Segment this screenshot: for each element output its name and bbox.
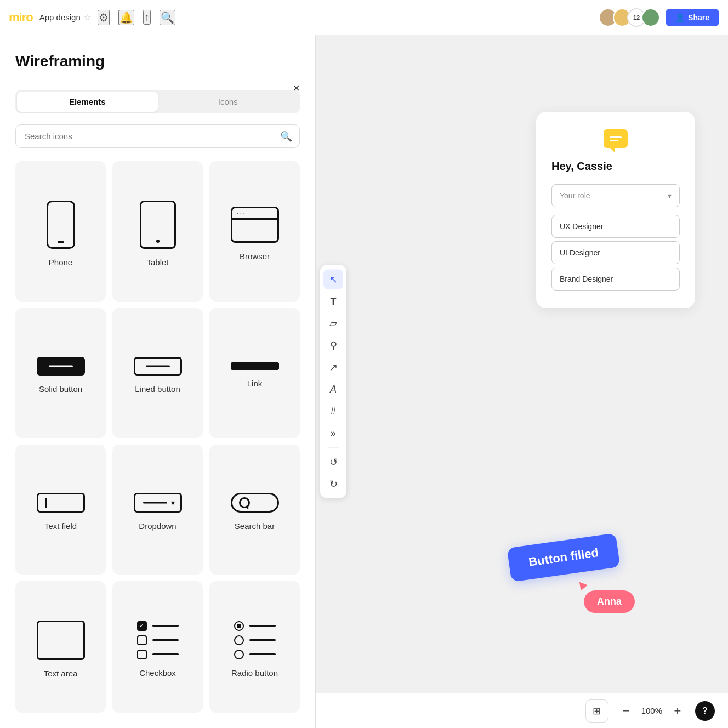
close-button[interactable]: × bbox=[293, 81, 300, 95]
toolbar-vertical: ↖ T ▱ ⚲ ↗ A # » ↺ ↻ bbox=[320, 265, 346, 498]
button-filled-float[interactable]: Button filled bbox=[507, 533, 620, 582]
share-label: Share bbox=[688, 13, 709, 22]
list-item[interactable]: Text area bbox=[15, 581, 106, 713]
search-wrap: 🔍 bbox=[15, 124, 300, 148]
grid-item-label: Link bbox=[247, 379, 263, 388]
frame-tool[interactable]: # bbox=[323, 401, 343, 421]
share-button[interactable]: 👤 Share bbox=[666, 9, 719, 26]
list-item[interactable]: Solid button bbox=[15, 308, 106, 438]
main-layout: Wireframing × Elements Icons 🔍 Phone Tab… bbox=[0, 35, 728, 728]
arrow-tool[interactable]: ↗ bbox=[323, 357, 343, 377]
list-item[interactable]: Search bar bbox=[209, 445, 300, 575]
link-icon bbox=[231, 362, 279, 370]
option-ui-designer[interactable]: UI Designer bbox=[551, 241, 680, 264]
list-item[interactable]: Phone bbox=[15, 161, 106, 302]
checkbox-row-3 bbox=[137, 650, 179, 659]
list-item[interactable]: Dropdown bbox=[112, 445, 203, 575]
text-tool[interactable]: T bbox=[323, 292, 343, 311]
option-brand-designer[interactable]: Brand Designer bbox=[551, 268, 680, 291]
star-icon[interactable]: ☆ bbox=[84, 13, 91, 22]
grid-item-label: Browser bbox=[240, 252, 270, 261]
grid-item-label: Tablet bbox=[146, 258, 168, 267]
sidebar-title: Wireframing bbox=[15, 53, 300, 70]
search-input[interactable] bbox=[15, 124, 300, 148]
avatar-group: 12 bbox=[599, 8, 660, 27]
checkbox-unchecked bbox=[137, 635, 147, 645]
more-tool[interactable]: » bbox=[323, 423, 343, 443]
sidebar-title-area: Wireframing bbox=[0, 35, 315, 90]
radio-line bbox=[249, 639, 276, 641]
list-item[interactable]: Text field bbox=[15, 445, 106, 575]
tab-icons[interactable]: Icons bbox=[158, 92, 299, 112]
upload-icon[interactable]: ↑ bbox=[143, 10, 151, 25]
checkbox-icon bbox=[137, 621, 179, 659]
list-item[interactable]: Link bbox=[209, 308, 300, 438]
dropdown-chevron-icon: ▾ bbox=[668, 191, 672, 200]
anna-badge: Anna bbox=[584, 590, 635, 613]
list-item[interactable]: Tablet bbox=[112, 161, 203, 302]
undo-tool[interactable]: ↺ bbox=[323, 452, 343, 472]
grid-item-label: Checkbox bbox=[139, 668, 176, 678]
radio-line bbox=[249, 625, 276, 627]
elements-grid: Phone Tablet Browser Solid button Lined … bbox=[0, 161, 315, 728]
sidebar-toggle-button[interactable]: ⊞ bbox=[585, 699, 608, 723]
topbar-right: 12 👤 Share bbox=[599, 8, 719, 27]
radio-icon bbox=[234, 621, 276, 659]
checkbox-checked bbox=[137, 621, 147, 631]
grid-item-label: Lined button bbox=[135, 384, 180, 394]
zoom-in-button[interactable]: + bbox=[669, 702, 686, 720]
bottom-bar: ⊞ − 100% + ? bbox=[316, 693, 728, 728]
grid-item-label: Search bar bbox=[235, 521, 275, 531]
topbar-icons: ⚙ 🔔 ↑ 🔍 bbox=[98, 10, 175, 25]
browser-icon bbox=[231, 207, 279, 243]
chat-icon bbox=[604, 129, 628, 148]
tablet-icon bbox=[140, 201, 176, 249]
zoom-controls: − 100% + bbox=[617, 702, 686, 720]
topbar: miro App design ☆ ⚙ 🔔 ↑ 🔍 12 👤 Share bbox=[0, 0, 728, 35]
settings-icon[interactable]: ⚙ bbox=[98, 10, 110, 25]
canvas-area[interactable]: ↖ T ▱ ⚲ ↗ A # » ↺ ↻ Hey, Cassie Your rol… bbox=[316, 35, 728, 728]
checkbox-row-1 bbox=[137, 621, 179, 631]
search-bar-icon bbox=[231, 493, 279, 513]
dropdown-icon bbox=[134, 493, 182, 513]
wireframe-title: Hey, Cassie bbox=[551, 159, 680, 173]
list-item[interactable]: Radio button bbox=[209, 581, 300, 713]
tab-elements[interactable]: Elements bbox=[17, 92, 158, 112]
redo-tool[interactable]: ↻ bbox=[323, 474, 343, 494]
cursor-tool[interactable]: ↖ bbox=[323, 270, 343, 289]
search-icon[interactable]: 🔍 bbox=[160, 10, 175, 25]
role-placeholder: Your role bbox=[560, 191, 590, 200]
text-field-icon bbox=[37, 493, 85, 513]
font-tool[interactable]: A bbox=[323, 379, 343, 399]
sidebar-header: Wireframing × bbox=[0, 35, 315, 90]
chat-line bbox=[610, 136, 622, 138]
checkbox-line bbox=[152, 639, 179, 641]
grid-item-label: Text field bbox=[44, 521, 77, 531]
search-button[interactable]: 🔍 bbox=[280, 130, 292, 143]
link-tool[interactable]: ⚲ bbox=[323, 335, 343, 355]
list-item[interactable]: Lined button bbox=[112, 308, 203, 438]
list-item[interactable]: Browser bbox=[209, 161, 300, 302]
sticky-tool[interactable]: ▱ bbox=[323, 314, 343, 333]
role-dropdown[interactable]: Your role ▾ bbox=[551, 184, 680, 207]
option-ux-designer[interactable]: UX Designer bbox=[551, 215, 680, 238]
dropdown-line bbox=[143, 502, 167, 504]
chat-lines bbox=[610, 136, 622, 141]
app-name-label: App design bbox=[39, 13, 81, 22]
solid-button-icon bbox=[37, 357, 85, 376]
sidebar-tabs: Elements Icons bbox=[15, 90, 300, 113]
grid-item-label: Text area bbox=[44, 669, 78, 678]
help-button[interactable]: ? bbox=[695, 701, 715, 721]
share-icon: 👤 bbox=[675, 13, 685, 22]
wireframing-sidebar: Wireframing × Elements Icons 🔍 Phone Tab… bbox=[0, 35, 316, 728]
notification-icon[interactable]: 🔔 bbox=[118, 10, 134, 25]
radio-line bbox=[249, 653, 276, 655]
list-item[interactable]: Checkbox bbox=[112, 581, 203, 713]
app-name: App design ☆ bbox=[39, 13, 91, 22]
grid-item-label: Phone bbox=[49, 258, 72, 267]
wireframe-card: Hey, Cassie Your role ▾ UX Designer UI D… bbox=[536, 112, 695, 308]
zoom-out-button[interactable]: − bbox=[617, 702, 635, 720]
radio-row-2 bbox=[234, 635, 276, 645]
radio-row-3 bbox=[234, 650, 276, 659]
phone-icon bbox=[47, 201, 75, 249]
